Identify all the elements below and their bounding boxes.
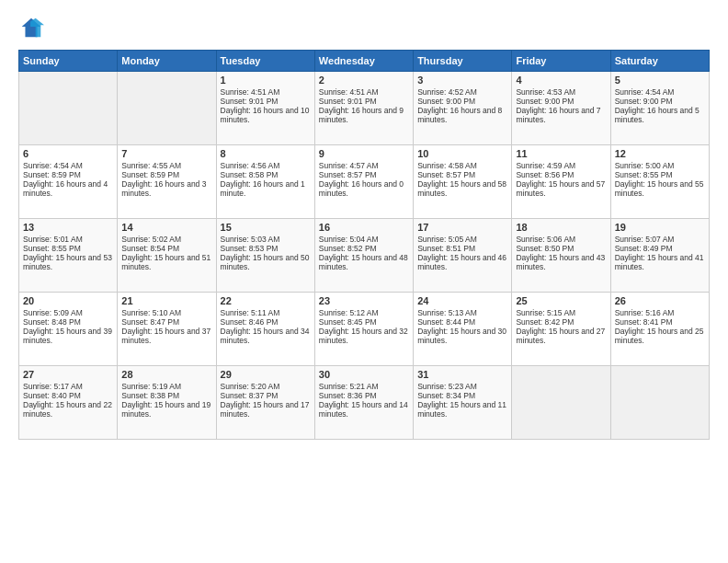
calendar-cell: 29Sunrise: 5:20 AMSunset: 8:37 PMDayligh…: [216, 366, 314, 440]
sunset-text: Sunset: 8:38 PM: [121, 391, 211, 400]
daylight-text: Daylight: 15 hours and 58 minutes.: [417, 179, 507, 198]
daylight-text: Daylight: 16 hours and 5 minutes.: [615, 106, 705, 124]
day-number: 20: [23, 295, 113, 306]
daylight-text: Daylight: 16 hours and 8 minutes.: [417, 106, 507, 124]
sunrise-text: Sunrise: 5:15 AM: [516, 308, 606, 317]
calendar-header-friday: Friday: [512, 51, 610, 72]
header: [18, 15, 710, 40]
daylight-text: Daylight: 15 hours and 14 minutes.: [319, 400, 409, 419]
sunrise-text: Sunrise: 5:12 AM: [319, 308, 409, 317]
sunset-text: Sunset: 8:41 PM: [615, 317, 705, 327]
day-number: 31: [417, 369, 507, 380]
day-number: 10: [417, 148, 507, 159]
calendar-week-3: 13Sunrise: 5:01 AMSunset: 8:55 PMDayligh…: [19, 219, 710, 293]
day-number: 27: [23, 369, 113, 380]
day-number: 13: [23, 222, 113, 233]
sunset-text: Sunset: 8:36 PM: [319, 391, 409, 400]
calendar-cell: 8Sunrise: 4:56 AMSunset: 8:58 PMDaylight…: [216, 145, 314, 219]
daylight-text: Daylight: 15 hours and 32 minutes.: [319, 327, 409, 345]
calendar-cell: 24Sunrise: 5:13 AMSunset: 8:44 PMDayligh…: [414, 293, 512, 366]
day-number: 11: [516, 148, 606, 159]
sunset-text: Sunset: 8:57 PM: [417, 170, 507, 179]
sunset-text: Sunset: 8:49 PM: [615, 244, 705, 253]
calendar-cell: 10Sunrise: 4:58 AMSunset: 8:57 PMDayligh…: [414, 145, 512, 219]
calendar-cell: 2Sunrise: 4:51 AMSunset: 9:01 PMDaylight…: [314, 72, 413, 145]
sunset-text: Sunset: 8:42 PM: [516, 317, 606, 327]
sunset-text: Sunset: 8:55 PM: [23, 244, 113, 253]
calendar-cell: 12Sunrise: 5:00 AMSunset: 8:55 PMDayligh…: [610, 145, 709, 219]
sunrise-text: Sunrise: 4:53 AM: [516, 87, 606, 97]
sunset-text: Sunset: 8:45 PM: [319, 317, 409, 327]
daylight-text: Daylight: 16 hours and 1 minute.: [221, 179, 311, 198]
sunset-text: Sunset: 8:52 PM: [319, 244, 409, 253]
day-number: 19: [615, 222, 705, 233]
calendar-week-5: 27Sunrise: 5:17 AMSunset: 8:40 PMDayligh…: [19, 366, 710, 440]
daylight-text: Daylight: 16 hours and 4 minutes.: [23, 179, 113, 198]
sunrise-text: Sunrise: 5:23 AM: [417, 382, 507, 391]
day-number: 24: [417, 295, 507, 306]
calendar-cell: 19Sunrise: 5:07 AMSunset: 8:49 PMDayligh…: [610, 219, 709, 293]
day-number: 15: [221, 222, 311, 233]
sunrise-text: Sunrise: 4:54 AM: [615, 87, 705, 97]
sunset-text: Sunset: 8:37 PM: [221, 391, 311, 400]
sunrise-text: Sunrise: 5:17 AM: [23, 382, 113, 391]
sunset-text: Sunset: 8:48 PM: [23, 317, 113, 327]
calendar-cell: [19, 72, 118, 145]
day-number: 14: [121, 222, 211, 233]
day-number: 6: [23, 148, 113, 159]
daylight-text: Daylight: 15 hours and 17 minutes.: [221, 400, 311, 419]
calendar-week-2: 6Sunrise: 4:54 AMSunset: 8:59 PMDaylight…: [19, 145, 710, 219]
calendar-cell: 3Sunrise: 4:52 AMSunset: 9:00 PMDaylight…: [414, 72, 512, 145]
day-number: 1: [221, 75, 311, 86]
calendar-cell: 26Sunrise: 5:16 AMSunset: 8:41 PMDayligh…: [610, 293, 709, 366]
sunset-text: Sunset: 9:00 PM: [615, 97, 705, 106]
calendar-week-1: 1Sunrise: 4:51 AMSunset: 9:01 PMDaylight…: [19, 72, 710, 145]
calendar-cell: 23Sunrise: 5:12 AMSunset: 8:45 PMDayligh…: [314, 293, 413, 366]
day-number: 25: [516, 295, 606, 306]
sunset-text: Sunset: 8:56 PM: [516, 170, 606, 179]
calendar-cell: 27Sunrise: 5:17 AMSunset: 8:40 PMDayligh…: [19, 366, 118, 440]
calendar-cell: 20Sunrise: 5:09 AMSunset: 8:48 PMDayligh…: [19, 293, 118, 366]
calendar-cell: 17Sunrise: 5:05 AMSunset: 8:51 PMDayligh…: [414, 219, 512, 293]
sunrise-text: Sunrise: 5:05 AM: [417, 235, 507, 244]
daylight-text: Daylight: 15 hours and 41 minutes.: [615, 253, 705, 271]
day-number: 18: [516, 222, 606, 233]
sunrise-text: Sunrise: 5:02 AM: [121, 235, 211, 244]
calendar-cell: 6Sunrise: 4:54 AMSunset: 8:59 PMDaylight…: [19, 145, 118, 219]
sunrise-text: Sunrise: 4:51 AM: [221, 87, 311, 97]
calendar-cell: 28Sunrise: 5:19 AMSunset: 8:38 PMDayligh…: [118, 366, 216, 440]
sunrise-text: Sunrise: 4:51 AM: [319, 87, 409, 97]
daylight-text: Daylight: 15 hours and 50 minutes.: [221, 253, 311, 271]
daylight-text: Daylight: 15 hours and 55 minutes.: [615, 179, 705, 198]
sunset-text: Sunset: 8:54 PM: [121, 244, 211, 253]
sunrise-text: Sunrise: 5:09 AM: [23, 308, 113, 317]
sunrise-text: Sunrise: 5:07 AM: [615, 235, 705, 244]
calendar-header-thursday: Thursday: [414, 51, 512, 72]
daylight-text: Daylight: 15 hours and 22 minutes.: [23, 400, 113, 419]
calendar-header-tuesday: Tuesday: [216, 51, 314, 72]
sunrise-text: Sunrise: 5:06 AM: [516, 235, 606, 244]
sunrise-text: Sunrise: 5:16 AM: [615, 308, 705, 317]
sunset-text: Sunset: 8:47 PM: [121, 317, 211, 327]
daylight-text: Daylight: 15 hours and 46 minutes.: [417, 253, 507, 271]
daylight-text: Daylight: 16 hours and 3 minutes.: [121, 179, 211, 198]
sunset-text: Sunset: 8:59 PM: [121, 170, 211, 179]
calendar-header-saturday: Saturday: [610, 51, 709, 72]
day-number: 21: [121, 295, 211, 306]
calendar-cell: 7Sunrise: 4:55 AMSunset: 8:59 PMDaylight…: [118, 145, 216, 219]
calendar-cell: 22Sunrise: 5:11 AMSunset: 8:46 PMDayligh…: [216, 293, 314, 366]
sunset-text: Sunset: 8:34 PM: [417, 391, 507, 400]
page: SundayMondayTuesdayWednesdayThursdayFrid…: [0, 0, 728, 563]
daylight-text: Daylight: 15 hours and 30 minutes.: [417, 327, 507, 345]
sunrise-text: Sunrise: 4:54 AM: [23, 161, 113, 170]
calendar-cell: 21Sunrise: 5:10 AMSunset: 8:47 PMDayligh…: [118, 293, 216, 366]
day-number: 5: [615, 75, 705, 86]
sunset-text: Sunset: 9:00 PM: [516, 97, 606, 106]
sunset-text: Sunset: 8:55 PM: [615, 170, 705, 179]
day-number: 17: [417, 222, 507, 233]
calendar-header-wednesday: Wednesday: [314, 51, 413, 72]
daylight-text: Daylight: 15 hours and 39 minutes.: [23, 327, 113, 345]
calendar-header-row: SundayMondayTuesdayWednesdayThursdayFrid…: [19, 51, 710, 72]
sunrise-text: Sunrise: 4:52 AM: [417, 87, 507, 97]
day-number: 22: [221, 295, 311, 306]
